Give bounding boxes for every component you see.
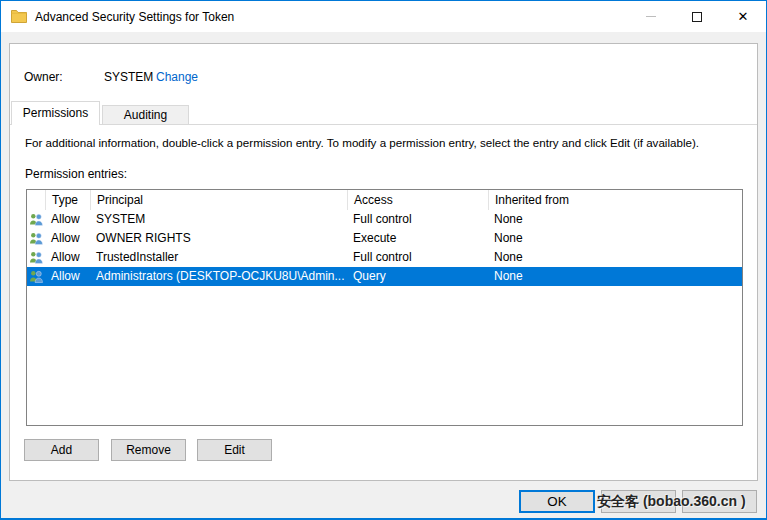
cell-access: Full control <box>347 248 488 267</box>
maximize-icon <box>692 12 702 22</box>
cell-type: Allow <box>45 248 90 267</box>
permission-entries-label: Permission entries: <box>25 167 127 181</box>
cell-type: Allow <box>45 229 90 248</box>
column-header-access[interactable]: Access <box>347 190 488 210</box>
tab-strip-divider <box>10 124 757 125</box>
minimize-button[interactable] <box>628 1 674 32</box>
watermark: 安全客 (bobao.360.cn ) <box>597 493 746 511</box>
cell-inherited-from: None <box>488 267 742 286</box>
change-owner-link[interactable]: Change <box>156 70 198 84</box>
remove-button[interactable]: Remove <box>111 439 186 461</box>
edit-button[interactable]: Edit <box>197 439 272 461</box>
cell-inherited-from: None <box>488 210 742 229</box>
cell-access: Full control <box>347 210 488 229</box>
cell-principal: OWNER RIGHTS <box>90 229 347 248</box>
tab-auditing[interactable]: Auditing <box>102 105 189 124</box>
cell-inherited-from: None <box>488 248 742 267</box>
owner-value: SYSTEM <box>104 70 153 84</box>
advanced-security-settings-window: Advanced Security Settings for Token ✕ O… <box>0 0 767 520</box>
users-group-icon <box>27 229 45 248</box>
column-header-type[interactable]: Type <box>45 190 90 210</box>
cell-access: Query <box>347 267 488 286</box>
column-header-principal[interactable]: Principal <box>90 190 347 210</box>
table-row[interactable]: Allow OWNER RIGHTS Execute None <box>27 229 742 248</box>
users-group-icon <box>27 248 45 267</box>
table-row[interactable]: Allow SYSTEM Full control None <box>27 210 742 229</box>
column-header-icon <box>27 190 45 210</box>
close-button[interactable]: ✕ <box>720 1 766 32</box>
cell-inherited-from: None <box>488 229 742 248</box>
info-text: For additional information, double-click… <box>25 136 699 149</box>
maximize-button[interactable] <box>674 1 720 32</box>
cell-type: Allow <box>45 267 90 286</box>
titlebar: Advanced Security Settings for Token ✕ <box>1 1 766 32</box>
main-panel: Owner: SYSTEM Change Permissions Auditin… <box>9 43 758 481</box>
table-row[interactable]: Allow TrustedInstaller Full control None <box>27 248 742 267</box>
ok-button[interactable]: OK <box>519 490 595 513</box>
cell-access: Execute <box>347 229 488 248</box>
window-title: Advanced Security Settings for Token <box>35 10 234 24</box>
window-controls: ✕ <box>628 1 766 32</box>
tab-permissions[interactable]: Permissions <box>11 101 100 125</box>
cell-principal: SYSTEM <box>90 210 347 229</box>
owner-label: Owner: <box>24 70 63 84</box>
cell-principal: TrustedInstaller <box>90 248 347 267</box>
cell-type: Allow <box>45 210 90 229</box>
cell-principal: Administrators (DESKTOP-OCJKU8U\Admin... <box>90 267 347 286</box>
permission-entries-table: Type Principal Access Inherited from All… <box>26 189 743 426</box>
folder-icon <box>11 9 27 26</box>
close-icon: ✕ <box>738 10 749 23</box>
add-button[interactable]: Add <box>24 439 99 461</box>
table-header: Type Principal Access Inherited from <box>27 190 742 210</box>
users-group-icon <box>27 210 45 229</box>
minimize-icon <box>646 16 656 17</box>
table-row-selected[interactable]: Allow Administrators (DESKTOP-OCJKU8U\Ad… <box>27 267 742 286</box>
column-header-inherited-from[interactable]: Inherited from <box>488 190 742 210</box>
users-group-icon <box>27 267 45 286</box>
